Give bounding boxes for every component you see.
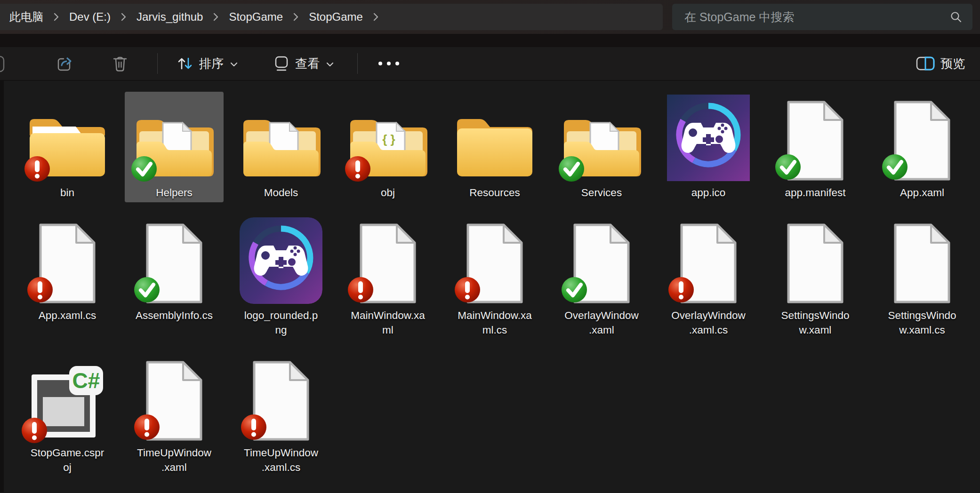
- chevron-right-icon: [121, 12, 126, 22]
- search-input[interactable]: [684, 10, 950, 24]
- delete-button[interactable]: [107, 50, 133, 77]
- view-button[interactable]: 查看: [269, 50, 338, 77]
- address-bar: 此电脑 Dev (E:) Jarvis_github StopGame Stop…: [0, 0, 980, 34]
- command-toolbar: 排序 查看 预览: [0, 47, 980, 81]
- file-name-label: SettingsWindow.xaml.cs: [888, 308, 956, 337]
- file-name-label: logo_rounded.png: [244, 308, 318, 337]
- document-icon: [892, 223, 953, 304]
- breadcrumb-item-drive[interactable]: Dev (E:): [64, 8, 116, 26]
- toolbar-separator: [157, 53, 158, 74]
- file-name-label: bin: [60, 185, 74, 200]
- clipped-toolbar-icon: [0, 56, 5, 72]
- status-modified-icon: [133, 413, 161, 441]
- status-modified-icon: [344, 155, 371, 183]
- status-modified-icon: [667, 276, 695, 303]
- file-item[interactable]: app.ico: [659, 92, 758, 202]
- file-item[interactable]: MainWindow.xaml: [338, 215, 437, 340]
- file-item[interactable]: Helpers: [125, 92, 224, 202]
- file-name-label: AssemblyInfo.cs: [136, 308, 213, 323]
- file-name-label: App.xaml: [900, 185, 944, 200]
- file-item[interactable]: app.manifest: [766, 92, 865, 202]
- chevron-right-icon: [213, 12, 218, 22]
- file-name-label: obj: [381, 185, 395, 200]
- file-name-label: MainWindow.xaml: [351, 308, 425, 337]
- file-item[interactable]: TimeUpWindow.xaml.cs: [232, 352, 330, 477]
- folder-with-document-icon: [241, 111, 321, 181]
- chevron-right-icon: [293, 12, 298, 22]
- file-name-label: StopGame.csproj: [31, 445, 104, 475]
- status-ok-icon: [774, 153, 802, 181]
- file-item[interactable]: AssemblyInfo.cs: [125, 215, 224, 325]
- file-item[interactable]: { } obj: [338, 92, 437, 202]
- search-box[interactable]: [672, 4, 972, 30]
- chevron-down-icon: [326, 62, 334, 67]
- file-name-label: App.xaml.cs: [39, 308, 96, 323]
- file-item[interactable]: logo_rounded.png: [232, 215, 330, 340]
- status-ok-icon: [558, 155, 585, 183]
- breadcrumb-item-this-pc[interactable]: 此电脑: [4, 7, 49, 27]
- file-name-label: Helpers: [156, 185, 193, 200]
- file-name-label: OverlayWindow.xaml.cs: [671, 308, 746, 337]
- file-name-label: SettingsWindow.xaml: [781, 308, 849, 337]
- file-item[interactable]: Models: [232, 92, 330, 202]
- file-item[interactable]: Resources: [445, 92, 544, 202]
- preview-label: 预览: [940, 56, 965, 72]
- file-area: bin: [0, 81, 980, 492]
- status-modified-icon: [240, 413, 267, 441]
- status-modified-icon: [347, 276, 374, 303]
- file-grid: bin: [18, 92, 980, 477]
- file-item[interactable]: App.xaml.cs: [18, 215, 117, 325]
- file-name-label: app.ico: [691, 185, 726, 200]
- toolbar-separator: [357, 53, 358, 74]
- folder-icon: [454, 111, 535, 181]
- file-item[interactable]: SettingsWindow.xaml: [766, 215, 865, 340]
- preview-toggle-button[interactable]: 预览: [911, 51, 970, 77]
- file-item[interactable]: OverlayWindow.xaml: [552, 215, 651, 340]
- status-ok-icon: [561, 276, 588, 303]
- status-modified-icon: [454, 276, 481, 303]
- breadcrumb-item-jarvis-github[interactable]: Jarvis_github: [131, 8, 209, 26]
- status-ok-icon: [133, 276, 161, 303]
- breadcrumb-item-stopgame-inner[interactable]: StopGame: [303, 8, 369, 26]
- search-icon[interactable]: [950, 11, 962, 23]
- breadcrumb[interactable]: 此电脑 Dev (E:) Jarvis_github StopGame Stop…: [0, 4, 663, 30]
- file-name-label: OverlayWindow.xaml: [564, 308, 639, 337]
- window-gap-strip: [0, 34, 980, 47]
- file-name-label: TimeUpWindow.xaml.cs: [244, 445, 318, 475]
- sort-icon: [177, 55, 193, 72]
- chevron-right-icon: [54, 12, 59, 22]
- chevron-down-icon: [230, 62, 238, 67]
- file-item[interactable]: OverlayWindow.xaml.cs: [659, 215, 758, 340]
- more-ellipsis-icon: [376, 60, 404, 67]
- window-left-edge: [0, 81, 4, 492]
- preview-pane-icon: [916, 56, 935, 71]
- share-button[interactable]: [51, 50, 78, 77]
- file-name-label: Resources: [469, 185, 520, 200]
- file-item[interactable]: TimeUpWindow.xaml: [125, 352, 224, 477]
- file-name-label: Models: [264, 185, 298, 200]
- status-modified-icon: [21, 417, 48, 444]
- status-ok-icon: [881, 153, 908, 181]
- file-item[interactable]: MainWindow.xaml.cs: [445, 215, 544, 340]
- file-item[interactable]: bin: [18, 92, 117, 202]
- view-label: 查看: [295, 56, 320, 72]
- status-modified-icon: [24, 155, 51, 183]
- svg-text:C#: C#: [72, 368, 100, 393]
- file-name-label: TimeUpWindow.xaml: [137, 445, 211, 475]
- breadcrumb-item-stopgame[interactable]: StopGame: [223, 8, 289, 26]
- chevron-right-icon: [373, 12, 378, 22]
- game-logo-rounded-thumbnail: [240, 217, 322, 304]
- status-ok-icon: [130, 155, 158, 183]
- file-name-label: MainWindow.xaml.cs: [458, 308, 532, 337]
- file-item[interactable]: App.xaml: [873, 92, 972, 202]
- file-item[interactable]: SettingsWindow.xaml.cs: [873, 215, 972, 340]
- file-item[interactable]: C# StopGame.csproj: [18, 352, 117, 477]
- svg-text:{ }: { }: [382, 132, 395, 146]
- more-options-button[interactable]: [371, 56, 409, 72]
- game-logo-thumbnail: [667, 95, 750, 181]
- sort-label: 排序: [199, 56, 224, 72]
- sort-button[interactable]: 排序: [172, 50, 242, 77]
- view-icon: [273, 55, 289, 72]
- file-name-label: app.manifest: [785, 185, 846, 200]
- file-item[interactable]: Services: [552, 92, 651, 202]
